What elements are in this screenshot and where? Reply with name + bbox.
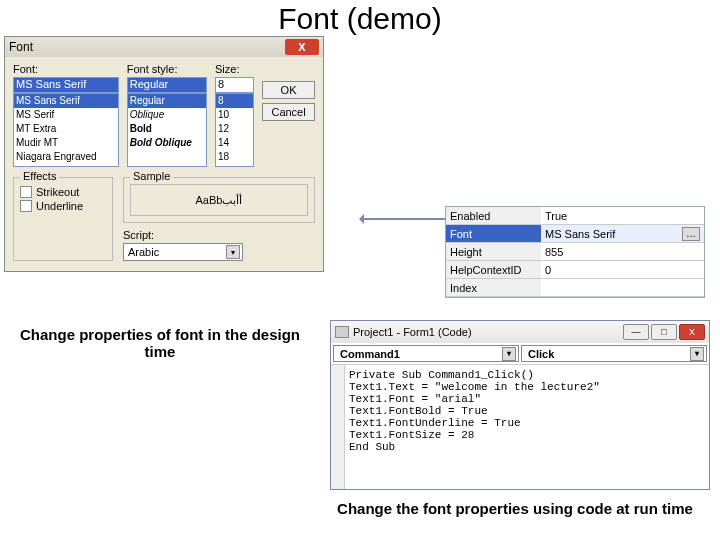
caption-run-time: Change the font properties using code at…	[320, 500, 710, 517]
sample-group: Sample AaBbأأبب	[123, 177, 315, 223]
style-label: Font style:	[127, 63, 207, 75]
property-name: HelpContextID	[446, 261, 541, 278]
code-gutter	[331, 365, 345, 489]
list-item[interactable]: Mudir MT	[14, 136, 118, 150]
list-item[interactable]: MS Serif	[14, 108, 118, 122]
list-item[interactable]: 10	[216, 108, 253, 122]
property-row[interactable]: Height 855	[446, 243, 704, 261]
underline-checkbox[interactable]	[20, 200, 32, 212]
font-dialog: Font X Font: MS Sans Serif MS Sans Serif…	[4, 36, 324, 272]
underline-label: Underline	[36, 200, 83, 212]
property-row[interactable]: Index	[446, 279, 704, 297]
ellipsis-button[interactable]: …	[682, 227, 700, 241]
property-value[interactable]: 0	[545, 264, 551, 276]
style-listbox[interactable]: Regular Oblique Bold Bold Oblique	[127, 93, 207, 167]
object-combo[interactable]: Command1 ▾	[333, 345, 519, 362]
arrow-icon	[360, 218, 445, 220]
list-item[interactable]: Bold Oblique	[128, 136, 206, 150]
strikeout-checkbox[interactable]	[20, 186, 32, 198]
chevron-down-icon[interactable]: ▾	[226, 245, 240, 259]
property-name: Index	[446, 279, 541, 296]
slide-title: Font (demo)	[0, 2, 720, 36]
font-input[interactable]: MS Sans Serif	[13, 77, 119, 93]
script-label: Script:	[123, 229, 315, 241]
code-window: Project1 - Form1 (Code) — □ X Command1 ▾…	[330, 320, 710, 490]
list-item[interactable]: Niagara Engraved	[14, 150, 118, 164]
effects-group: Effects Strikeout Underline	[13, 177, 113, 261]
caption-design-time: Change properties of font in the design …	[20, 326, 300, 360]
list-item[interactable]: MS Sans Serif	[14, 94, 118, 108]
size-listbox[interactable]: 8 10 12 14 18 24	[215, 93, 254, 167]
style-input[interactable]: Regular	[127, 77, 207, 93]
list-item[interactable]: 18	[216, 150, 253, 164]
minimize-icon[interactable]: —	[623, 324, 649, 340]
sample-text: AaBbأأبب	[130, 184, 308, 216]
font-label: Font:	[13, 63, 119, 75]
property-row[interactable]: Enabled True	[446, 207, 704, 225]
list-item[interactable]: 8	[216, 94, 253, 108]
sample-legend: Sample	[130, 170, 173, 182]
form-icon	[335, 326, 349, 338]
font-dialog-titlebar[interactable]: Font X	[5, 37, 323, 57]
maximize-icon[interactable]: □	[651, 324, 677, 340]
ok-button[interactable]: OK	[262, 81, 315, 99]
cancel-button[interactable]: Cancel	[262, 103, 315, 121]
close-icon[interactable]: X	[285, 39, 319, 55]
script-value: Arabic	[128, 246, 159, 258]
close-icon[interactable]: X	[679, 324, 705, 340]
effects-legend: Effects	[20, 170, 59, 182]
size-input[interactable]: 8	[215, 77, 254, 93]
chevron-down-icon[interactable]: ▾	[690, 347, 704, 361]
property-name: Font	[446, 225, 541, 242]
list-item[interactable]: Oblique	[128, 108, 206, 122]
code-editor[interactable]: Private Sub Command1_Click() Text1.Text …	[331, 365, 709, 489]
property-row[interactable]: HelpContextID 0	[446, 261, 704, 279]
object-value: Command1	[340, 348, 400, 360]
procedure-value: Click	[528, 348, 554, 360]
size-label: Size:	[215, 63, 254, 75]
properties-panel: Enabled True Font MS Sans Serif … Height…	[445, 206, 705, 298]
code-window-title: Project1 - Form1 (Code)	[353, 326, 472, 338]
list-item[interactable]: Bold	[128, 122, 206, 136]
code-window-titlebar[interactable]: Project1 - Form1 (Code) — □ X	[331, 321, 709, 343]
property-value[interactable]: True	[545, 210, 567, 222]
property-value[interactable]: 855	[545, 246, 563, 258]
chevron-down-icon[interactable]: ▾	[502, 347, 516, 361]
property-row-font[interactable]: Font MS Sans Serif …	[446, 225, 704, 243]
font-dialog-title: Font	[9, 40, 33, 54]
property-name: Enabled	[446, 207, 541, 224]
property-name: Height	[446, 243, 541, 260]
list-item[interactable]: 12	[216, 122, 253, 136]
font-listbox[interactable]: MS Sans Serif MS Serif MT Extra Mudir MT…	[13, 93, 119, 167]
strikeout-label: Strikeout	[36, 186, 79, 198]
list-item[interactable]: 14	[216, 136, 253, 150]
procedure-combo[interactable]: Click ▾	[521, 345, 707, 362]
list-item[interactable]: MT Extra	[14, 122, 118, 136]
property-value[interactable]: MS Sans Serif	[545, 228, 615, 240]
list-item[interactable]: Regular	[128, 94, 206, 108]
script-combo[interactable]: Arabic ▾	[123, 243, 243, 261]
